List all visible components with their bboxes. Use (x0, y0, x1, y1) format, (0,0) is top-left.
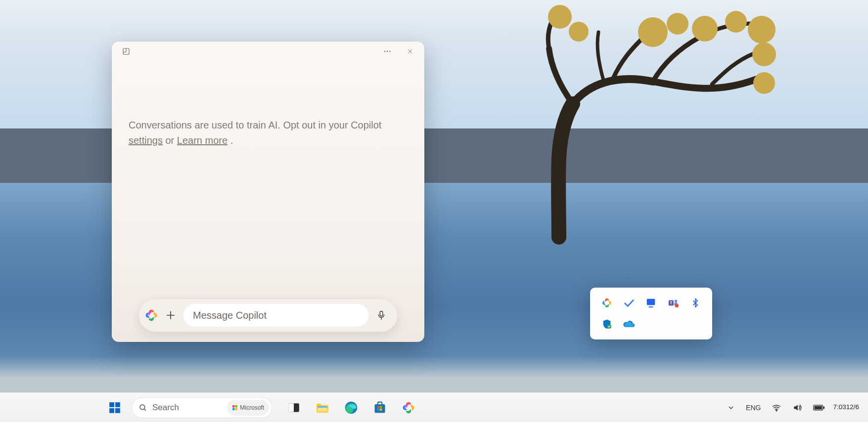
clock[interactable]: 7:03 12/6 (832, 397, 862, 419)
todo-icon (624, 297, 635, 308)
svg-rect-15 (649, 307, 653, 308)
svg-point-8 (753, 72, 775, 94)
svg-point-18 (675, 300, 678, 303)
voice-input-button[interactable] (374, 308, 389, 323)
volume-status[interactable] (788, 397, 806, 419)
svg-rect-43 (823, 406, 825, 409)
svg-rect-29 (232, 408, 235, 410)
tray-item-your-phone[interactable] (645, 297, 657, 309)
copilot-notice: Conversations are used to train AI. Opt … (112, 61, 424, 148)
composer (138, 298, 398, 332)
message-input-wrap[interactable] (183, 303, 369, 327)
message-input[interactable] (193, 310, 359, 321)
taskbar-app-file-explorer[interactable] (312, 397, 333, 419)
microphone-icon (376, 310, 387, 321)
tray-overflow-flyout: T (590, 288, 712, 339)
svg-point-11 (387, 51, 388, 52)
svg-rect-34 (318, 406, 327, 408)
network-status[interactable] (768, 397, 785, 419)
svg-point-12 (389, 51, 390, 52)
search-icon (138, 403, 147, 412)
svg-rect-40 (380, 408, 382, 410)
tray-chevron[interactable] (723, 397, 739, 419)
plus-icon (165, 310, 176, 321)
svg-point-4 (692, 16, 718, 42)
taskbar-app-microsoft-store[interactable] (369, 397, 391, 419)
onedrive-icon (623, 320, 635, 329)
windows-icon (108, 401, 121, 414)
tray-item-todo[interactable] (623, 297, 635, 309)
add-attachment-button[interactable] (163, 308, 178, 323)
svg-rect-13 (380, 311, 383, 316)
svg-rect-32 (288, 403, 294, 412)
tray-item-onedrive[interactable] (623, 318, 635, 330)
copilot-window: Conversations are used to train AI. Opt … (112, 42, 424, 342)
tray-item-windows-security[interactable] (601, 318, 613, 330)
your-phone-icon (645, 297, 656, 308)
learn-more-link[interactable]: Learn more (177, 135, 228, 146)
svg-rect-28 (235, 405, 238, 408)
copilot-icon (144, 308, 158, 322)
search-placeholder: Search (152, 403, 222, 413)
svg-point-5 (725, 11, 747, 33)
copilot-icon (601, 297, 612, 308)
svg-rect-38 (380, 406, 382, 408)
volume-icon (792, 403, 802, 413)
clock-time: 7:03 (833, 403, 846, 411)
desktop-wallpaper: Conversations are used to train AI. Opt … (0, 0, 868, 422)
taskbar: Search Microsoft (0, 392, 868, 422)
expand-icon (122, 47, 131, 56)
windows-security-icon (601, 319, 612, 330)
expand-button[interactable] (115, 43, 137, 59)
microsoft-icon (232, 405, 238, 411)
svg-rect-25 (115, 408, 120, 413)
battery-status[interactable] (809, 397, 829, 419)
svg-rect-23 (115, 402, 120, 407)
taskbar-search[interactable]: Search Microsoft (132, 397, 272, 418)
svg-rect-24 (109, 408, 114, 413)
settings-link[interactable]: settings (129, 135, 163, 146)
svg-point-1 (569, 22, 589, 42)
close-icon (407, 48, 413, 55)
taskbar-app-copilot[interactable] (398, 397, 419, 419)
notice-text-1: Conversations are used to train AI. Opt … (129, 120, 381, 130)
svg-text:T: T (670, 301, 672, 305)
search-pill-label: Microsoft (240, 404, 264, 411)
svg-point-20 (675, 304, 679, 307)
more-options-button[interactable] (376, 43, 399, 59)
close-button[interactable] (399, 43, 421, 59)
bluetooth-icon (690, 298, 700, 308)
svg-point-10 (384, 51, 385, 52)
microsoft-store-icon (373, 401, 387, 415)
taskbar-app-task-view[interactable] (283, 397, 305, 419)
task-view-icon (287, 401, 300, 414)
clock-date: 12/6 (846, 403, 859, 411)
taskbar-app-edge[interactable] (340, 397, 362, 419)
notice-text-3: . (230, 135, 233, 146)
teams-icon: T (668, 297, 679, 308)
copilot-icon (402, 401, 415, 415)
svg-point-41 (776, 410, 777, 411)
svg-rect-27 (232, 405, 235, 408)
battery-icon (813, 404, 825, 412)
notice-text-2: or (166, 135, 177, 146)
svg-rect-30 (235, 408, 238, 410)
file-explorer-icon (316, 401, 329, 414)
svg-rect-22 (109, 402, 114, 407)
tray-item-copilot[interactable] (601, 297, 613, 309)
more-icon (383, 47, 392, 56)
copilot-titlebar (112, 42, 424, 61)
svg-point-7 (752, 42, 776, 66)
svg-point-0 (548, 5, 572, 29)
wifi-icon (772, 403, 781, 413)
language-indicator[interactable]: ENG (742, 397, 765, 419)
edge-icon (344, 401, 358, 415)
start-button[interactable] (104, 397, 126, 419)
svg-point-2 (638, 17, 668, 47)
svg-rect-39 (377, 408, 379, 410)
tray-item-bluetooth[interactable] (689, 297, 701, 309)
svg-point-3 (667, 13, 688, 35)
search-microsoft-pill[interactable]: Microsoft (227, 400, 269, 416)
tray-item-teams[interactable]: T (667, 297, 679, 309)
svg-rect-44 (815, 406, 822, 409)
